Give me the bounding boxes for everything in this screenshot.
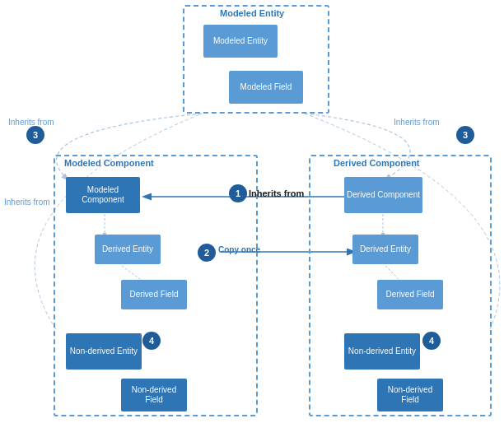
badge-1: 1 <box>229 184 247 202</box>
inherits-from-label-1: Inherits from <box>249 188 304 198</box>
modeled-field-node: Modeled Field <box>229 71 303 104</box>
diagram-container: Modeled Entity Modeled Entity Modeled Fi… <box>0 0 504 437</box>
modeled-component-node: Modeled Component <box>66 177 140 213</box>
inherits-from-top-left: Inherits from <box>8 118 54 127</box>
right-nonderived-entity-node: Non-derived Entity <box>344 333 420 370</box>
badge-4-right: 4 <box>422 332 441 350</box>
modeled-entity-label: Modeled Entity <box>220 8 284 18</box>
left-nonderived-field-node: Non-derived Field <box>121 379 187 411</box>
left-derived-entity-node: Derived Entity <box>95 235 161 264</box>
left-derived-field-node: Derived Field <box>121 280 187 309</box>
left-nonderived-entity-node: Non-derived Entity <box>66 333 142 370</box>
derived-component-label: Derived Component <box>334 158 420 168</box>
modeled-entity-node: Modeled Entity <box>203 25 278 58</box>
badge-2: 2 <box>198 244 216 262</box>
badge-3-left: 3 <box>26 126 44 144</box>
right-derived-entity-node: Derived Entity <box>352 235 418 264</box>
right-nonderived-field-node: Non-derived Field <box>377 379 443 411</box>
right-derived-field-node: Derived Field <box>377 280 443 309</box>
copy-once-label: Copy once <box>218 245 260 254</box>
inherits-from-top-right: Inherits from <box>394 118 440 127</box>
modeled-component-label: Modeled Component <box>64 158 154 168</box>
badge-4-left: 4 <box>142 332 161 350</box>
derived-component-node: Derived Component <box>344 177 422 213</box>
badge-3-right: 3 <box>456 126 474 144</box>
inherits-from-left-side: Inherits from <box>4 198 50 207</box>
